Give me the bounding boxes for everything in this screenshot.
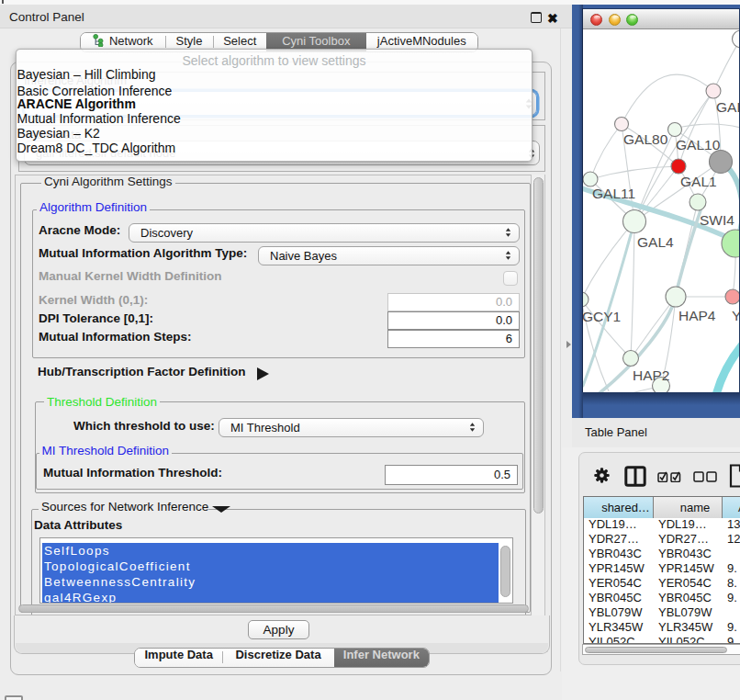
tab-discretize-data[interactable]: Discretize Data xyxy=(222,649,333,667)
table-row[interactable]: YBR043CYBR043C xyxy=(584,547,740,561)
node[interactable] xyxy=(583,172,598,186)
table-row[interactable]: YER054CYER054C8. xyxy=(584,576,740,591)
tab-impute-data[interactable]: Impute Data xyxy=(135,649,222,667)
dpi-tolerance-field[interactable]: 0.0 xyxy=(387,311,520,330)
list-vertical-scrollbar[interactable] xyxy=(500,546,510,597)
cell-value: 9. xyxy=(727,635,737,644)
algorithm-option[interactable]: Mutual Information Inference xyxy=(17,111,181,126)
window-shadow xyxy=(583,392,740,405)
node[interactable] xyxy=(710,151,733,174)
node[interactable] xyxy=(668,123,682,137)
window-shadow xyxy=(578,5,583,418)
table-row[interactable]: YDL19…YDL19…13 xyxy=(584,517,740,532)
dpi-tolerance-label: DPI Tolerance [0,1]: xyxy=(39,311,153,325)
bottom-left-icon[interactable] xyxy=(5,695,23,700)
node[interactable] xyxy=(733,30,740,48)
settings-scrollbar-thumb[interactable] xyxy=(533,177,544,514)
manual-kernel-label: Manual Kernel Width Definition xyxy=(39,269,221,283)
cell-name: YER054C xyxy=(658,576,712,591)
tab-infer-network[interactable]: Infer Network xyxy=(334,649,429,667)
tab-style-label: Style xyxy=(176,34,203,48)
node-label: GAL2 xyxy=(716,99,739,115)
which-threshold-value: MI Threshold xyxy=(230,420,300,434)
mi-threshold-field[interactable]: 0.5 xyxy=(385,465,518,485)
cell-shared-name: YPR145W xyxy=(589,561,645,576)
node[interactable] xyxy=(615,118,629,131)
node[interactable] xyxy=(690,194,706,210)
column-header-next[interactable]: AverageShortestPathLength xyxy=(723,497,740,518)
network-graph: GAL2 GAL80 GAL10 GAL1 GAL11 SWI4 GAL4 GC… xyxy=(583,29,739,392)
node[interactable] xyxy=(671,159,686,174)
cell-name: YIL052C xyxy=(658,635,705,644)
data-attributes-list[interactable]: SelfLoops TopologicalCoefficient Between… xyxy=(39,537,513,604)
algorithm-option-selected[interactable]: ARACNE Algorithm xyxy=(17,96,136,111)
kernel-width-field[interactable]: 0.0 xyxy=(387,293,520,311)
minimize-traffic-light[interactable] xyxy=(609,14,621,26)
collapse-arrow-icon[interactable] xyxy=(212,506,230,513)
network-window-titlebar[interactable] xyxy=(583,9,739,29)
mi-algorithm-type-label: Mutual Information Algorithm Type: xyxy=(39,246,247,260)
combo-arrows-icon xyxy=(505,250,512,262)
table-scrollbar-thumb[interactable] xyxy=(585,647,727,653)
split-divider[interactable] xyxy=(560,28,561,672)
table-horizontal-scrollbar[interactable] xyxy=(582,644,740,655)
table-row[interactable]: YDR27…YDR27…12 xyxy=(584,532,740,547)
mi-threshold-label: Mutual Information Threshold: xyxy=(43,466,222,480)
node-label: HAP4 xyxy=(678,308,716,323)
divider-arrow-icon[interactable] xyxy=(566,341,571,348)
cell-value: 9. xyxy=(727,620,737,635)
algorithm-option[interactable]: Bayesian – Hill Climbing xyxy=(17,67,156,82)
mi-steps-field[interactable]: 6 xyxy=(387,330,520,348)
node[interactable] xyxy=(706,84,721,98)
network-icon xyxy=(93,34,105,47)
mi-threshold-definition-title: MI Threshold Definition xyxy=(39,445,173,457)
list-item[interactable]: TopologicalCoefficient xyxy=(42,559,499,574)
node[interactable] xyxy=(623,210,646,233)
aracne-mode-combo[interactable]: Discovery xyxy=(129,223,520,243)
mi-algorithm-type-combo[interactable]: Naive Bayes xyxy=(258,246,520,265)
network-node-labels: GAL2 GAL80 GAL10 GAL1 GAL11 SWI4 GAL4 GC… xyxy=(583,99,739,383)
table-browser: shared… name AverageShortestPathLength Y… xyxy=(578,452,740,665)
gear-icon[interactable] xyxy=(594,468,610,483)
algorithm-option[interactable]: Bayesian – K2 xyxy=(17,126,100,141)
threshold-definition-title: Threshold Definition xyxy=(44,396,160,409)
table-row[interactable]: YBL079WYBL079W xyxy=(584,605,740,620)
combo-arrows-icon xyxy=(505,227,512,239)
node[interactable] xyxy=(666,287,686,307)
zoom-traffic-light[interactable] xyxy=(626,14,638,26)
sources-title: Sources for Network Inference xyxy=(39,501,208,514)
which-threshold-combo[interactable]: MI Threshold xyxy=(219,418,484,437)
algorithm-option[interactable]: Dream8 DC_TDC Algorithm xyxy=(17,141,176,155)
float-panel-icon[interactable] xyxy=(531,12,542,23)
table-row[interactable]: YBR045CYBR045C9. xyxy=(584,591,740,605)
close-panel-icon[interactable]: ✖ xyxy=(547,11,558,26)
table-row[interactable]: YLR345WYLR345W9. xyxy=(584,620,740,635)
document-icon[interactable] xyxy=(729,464,740,488)
table-panel-title: Table Panel xyxy=(585,425,647,439)
manual-kernel-checkbox[interactable] xyxy=(503,271,518,286)
column-header-shared-name[interactable]: shared… xyxy=(584,497,654,518)
columns-icon[interactable] xyxy=(624,466,646,487)
tab-select-label: Select xyxy=(223,34,256,48)
expand-arrow-icon[interactable] xyxy=(257,367,269,380)
settings-horizontal-scrollbar[interactable] xyxy=(18,604,529,613)
deselect-all-checkboxes-icon[interactable] xyxy=(693,471,717,482)
list-item[interactable]: SelfLoops xyxy=(42,543,499,559)
node-label: GAL10 xyxy=(676,137,721,152)
list-item[interactable]: BetweennessCentrality xyxy=(42,574,499,590)
table-row[interactable]: YIL052CYIL052C9. xyxy=(584,635,740,644)
list-item[interactable]: gal4RGexp xyxy=(42,590,499,604)
apply-button[interactable]: Apply xyxy=(248,620,309,639)
node[interactable] xyxy=(725,289,739,304)
close-traffic-light[interactable] xyxy=(590,14,602,26)
hub-definition-label: Hub/Transcription Factor Definition xyxy=(38,365,246,378)
settings-scrollbar[interactable] xyxy=(531,175,545,615)
table-row[interactable]: YPR145WYPR145W9. xyxy=(584,561,740,576)
node[interactable] xyxy=(623,351,639,367)
network-canvas[interactable]: GAL2 GAL80 GAL10 GAL1 GAL11 SWI4 GAL4 GC… xyxy=(583,29,739,392)
column-header-name[interactable]: name xyxy=(654,497,723,518)
select-all-checkboxes-icon[interactable] xyxy=(657,471,681,482)
cell-value: 8. xyxy=(727,576,737,591)
table-header: shared… name AverageShortestPathLength xyxy=(584,497,740,518)
node[interactable] xyxy=(583,292,589,307)
